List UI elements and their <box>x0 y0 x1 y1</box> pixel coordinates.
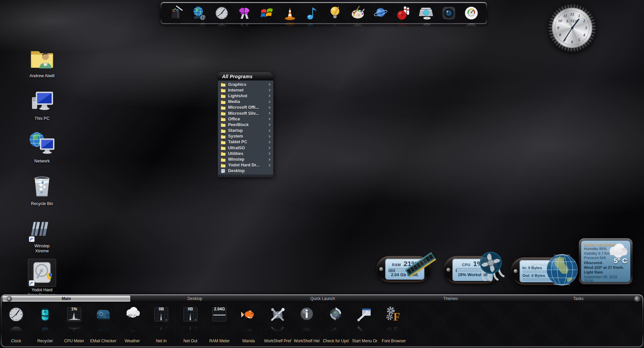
shelf-empty-cell <box>525 302 554 346</box>
shelf-item-start-menu-or[interactable]: Start Menu Or <box>350 302 380 346</box>
desktop-icon-winstep[interactable]: Winstep Xtreme <box>20 215 64 254</box>
menu-item-yodot-hard-dr[interactable]: Yodot Hard Dr... <box>218 162 273 168</box>
menu-item-system[interactable]: System <box>218 134 273 139</box>
menu-item-label: Lightshot <box>228 94 268 98</box>
desktop-icon-label: Winstep Xtreme <box>34 244 49 254</box>
top-dock-icons: @ <box>162 3 486 23</box>
submenu-arrow-icon <box>268 146 271 149</box>
menu-item-tablet-pc[interactable]: Tablet PC <box>218 139 273 145</box>
shelf-item-check-for-upd[interactable]: Check for Upd <box>321 302 351 346</box>
clock-widget[interactable]: X-TEK 121234567891011 <box>548 4 596 52</box>
menu-item-label: Tablet PC <box>228 140 268 144</box>
cloud-icon <box>605 241 630 257</box>
shelf-item-label: WorkShelf Hel <box>292 339 321 343</box>
gears-font-icon: F <box>385 305 403 324</box>
shelf-item-badge: 5º C <box>118 313 147 318</box>
shelf-item-label: Weather <box>118 339 147 343</box>
shelf-item-recycler[interactable]: Recycler <box>31 302 60 346</box>
shelf-items: ClockRecycler1%CPU MeterEMail Checker5º … <box>2 302 642 346</box>
email-globe-icon[interactable]: @ <box>191 5 207 21</box>
menu-item-desktop[interactable]: Desktop <box>218 168 273 174</box>
shelf-empty-cell <box>467 302 496 346</box>
menu-item-label: Winstep <box>228 157 268 162</box>
windows-logo-icon[interactable] <box>259 5 275 21</box>
menu-item-utilities[interactable]: Utilities <box>218 151 273 156</box>
clock-numeral: 9 <box>557 26 559 31</box>
clock-face: X-TEK 121234567891011 <box>552 8 592 48</box>
weather-wind: Wind 220º at 27 Km/h. <box>584 265 628 270</box>
camera-lens-icon[interactable] <box>441 5 457 21</box>
desktop-icon-andrew-atwill[interactable]: Andrew Atwill <box>20 45 64 79</box>
shelf-item-clock[interactable]: Clock <box>2 302 31 346</box>
shelf-item-workshelf-pref[interactable]: WorkShelf Pref <box>263 302 293 346</box>
shelf-item-label: Clock <box>2 339 31 343</box>
menu-item-peerblock[interactable]: PeerBlock <box>218 122 273 128</box>
folder-icon <box>221 117 226 121</box>
menu-item-label: UltraISO <box>228 146 268 150</box>
menu-item-internet[interactable]: Internet <box>218 87 273 93</box>
shelf-collapse-button[interactable]: ⌄ <box>634 296 640 302</box>
menu-item-microsoft-offi[interactable]: Microsoft Offi... <box>218 105 273 110</box>
cpu-top-process: 19% Workshelf <box>455 272 490 277</box>
menu-item-lightshot[interactable]: Lightshot <box>218 93 273 99</box>
menu-item-media[interactable]: Media <box>218 99 273 105</box>
gauge-orb-icon[interactable] <box>463 5 479 21</box>
shelf-item-net-out[interactable]: 0BNet Out <box>176 302 205 346</box>
menu-item-ultraiso[interactable]: UltraISO <box>218 145 273 151</box>
network-meter-widget[interactable]: 100 Mbits In: 0 Bytes Out: 0 Bytes <box>511 257 570 285</box>
bowling-icon[interactable] <box>395 5 412 21</box>
shelf-item-label: Recycler <box>31 339 60 343</box>
folder-icon <box>221 100 226 104</box>
magician-hat-icon[interactable] <box>168 5 184 21</box>
menu-item-winstep[interactable]: Winstep <box>218 156 273 162</box>
disc-burner-icon[interactable] <box>418 5 434 21</box>
clock-numeral: 6 <box>571 39 573 44</box>
tab-quick-launch[interactable]: Quick Launch <box>259 295 387 302</box>
analog-clock-icon[interactable] <box>214 5 230 21</box>
shelf-item-badge: 2.04G <box>205 307 234 311</box>
paint-palette-icon[interactable] <box>350 5 366 21</box>
shelf-item-cpu-meter[interactable]: 1%CPU Meter <box>60 302 89 346</box>
desktop-icon-this-pc[interactable]: This PC <box>20 88 64 121</box>
submenu-arrow-icon <box>268 112 271 115</box>
ringed-planet-icon[interactable] <box>373 5 389 21</box>
weather-widget[interactable]: Napier Aerodrome Humidity 86% Visibility… <box>579 238 633 284</box>
tab-tasks[interactable]: Tasks <box>514 295 642 302</box>
vlc-cone-icon[interactable] <box>282 5 298 21</box>
menu-item-office[interactable]: Office <box>218 116 273 122</box>
shelf-item-net-in[interactable]: 0BNet In <box>147 302 176 346</box>
shelf-item-label: Font Browser <box>380 339 409 343</box>
tab-main[interactable]: Main <box>2 296 130 302</box>
desktop-icon-recycle-bin[interactable]: Recycle Bin <box>20 173 64 206</box>
winstep-icon <box>28 215 56 243</box>
menu-item-startup[interactable]: Startup <box>218 128 273 134</box>
all-programs-menu: All Programs GraphicsInternetLightshotMe… <box>218 72 273 177</box>
cpu-meter-widget[interactable]: CPU 1% 19% Workshelf <box>443 256 500 284</box>
shelf-item-ram-meter[interactable]: 2.04GRAM Meter <box>205 302 234 346</box>
shelf-item-wanda[interactable]: Wanda <box>234 302 263 346</box>
desktop-icon-yodot-hard[interactable]: Yodot Hard Drive Recovery <box>20 259 64 298</box>
lightbulb-icon[interactable] <box>327 5 343 21</box>
ram-meter-widget[interactable]: RAM 21% 2.04 Gb Used. <box>376 256 431 282</box>
menu-item-graphics[interactable]: Graphics <box>218 82 273 87</box>
shelf-item-workshelf-hel[interactable]: WorkShelf Hel <box>292 302 321 346</box>
recycler-icon <box>36 305 54 324</box>
folder-icon <box>221 140 226 144</box>
music-note-icon[interactable] <box>304 5 320 21</box>
weather-datetime: September 08, 2016 20:00 <box>584 275 628 283</box>
shelf-menu-button[interactable]: ≡ <box>6 296 12 302</box>
ram-usage-bar <box>389 269 421 272</box>
clock-numeral: 12 <box>570 11 574 16</box>
desktop-icon-network[interactable]: Network <box>20 130 64 164</box>
folder-icon <box>221 163 226 167</box>
shelf-item-font-browser[interactable]: FFont Browser <box>380 302 409 346</box>
shelf-empty-cell <box>438 302 467 346</box>
shelf-item-weather[interactable]: 5º CWeather <box>118 302 147 346</box>
tab-themes[interactable]: Themes <box>387 295 515 302</box>
clock-numeral: 5 <box>578 37 580 42</box>
shelf-item-badge: 0B <box>176 307 205 311</box>
butterfly-icon[interactable] <box>236 5 252 21</box>
menu-item-microsoft-silv[interactable]: Microsoft Silv... <box>218 110 273 116</box>
shelf-item-email-checker[interactable]: EMail Checker <box>89 302 118 346</box>
tab-desktop[interactable]: Desktop <box>131 295 259 302</box>
